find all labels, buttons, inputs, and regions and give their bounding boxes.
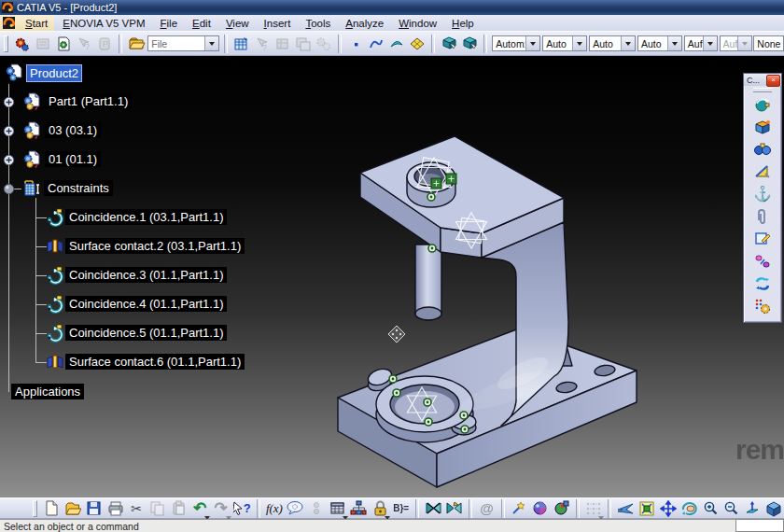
offset-constraint-button[interactable] (744, 138, 781, 161)
contact-constraint-button[interactable] (744, 116, 781, 138)
rotate-button[interactable] (679, 497, 700, 519)
angle-constraint-button[interactable] (744, 161, 781, 183)
surface-contact-icon[interactable] (46, 237, 64, 256)
quick-constraint-button[interactable] (744, 228, 781, 250)
gears-icon[interactable] (314, 33, 334, 54)
formula-button[interactable]: f(x) (264, 497, 286, 519)
tree-node-surfacecontact6[interactable]: Surface contact.6 (01.1,Part1.1) (65, 354, 245, 370)
combo-dropdown[interactable] (525, 36, 539, 50)
none-field[interactable]: None (753, 35, 784, 51)
table-edit-icon[interactable] (273, 33, 293, 54)
file-selector-combo[interactable]: File (147, 35, 219, 51)
document-logo-icon[interactable] (3, 17, 15, 29)
spline-icon[interactable] (366, 33, 386, 54)
design-table-button[interactable] (327, 497, 348, 519)
isometric-cube-button[interactable] (763, 497, 784, 519)
part-node-icon[interactable] (22, 92, 41, 111)
open-folder-icon[interactable] (126, 33, 147, 54)
3d-viewport[interactable]: rem Product2 Part1 (Part1.1) 03 (03.1) (0, 56, 784, 497)
menu-start[interactable]: Start (18, 17, 55, 30)
relations-tree-button[interactable] (348, 497, 370, 519)
product-node-icon[interactable] (5, 63, 23, 82)
render-style-combo[interactable]: Autom: (492, 35, 540, 51)
view-combo-4[interactable]: Auto (637, 35, 682, 51)
toolbar-handle[interactable] (33, 500, 37, 517)
menu-tools[interactable]: Tools (298, 17, 338, 30)
coincidence-icon[interactable] (46, 266, 64, 285)
whats-this-button[interactable]: ? (231, 497, 253, 519)
comment-button[interactable] (285, 497, 306, 519)
combo-dropdown[interactable] (667, 36, 681, 50)
palette-close-button[interactable]: × (766, 75, 780, 87)
zoom-out-button[interactable] (721, 497, 742, 519)
surface-arc-icon[interactable] (386, 33, 407, 54)
redo-button[interactable]: ↷ (210, 497, 231, 519)
part-node-icon[interactable] (22, 150, 41, 169)
form-icon[interactable] (33, 33, 53, 54)
menu-edit[interactable]: Edit (185, 17, 218, 30)
coincidence-icon[interactable] (46, 324, 64, 343)
table-copy-icon[interactable] (293, 33, 314, 54)
grid-snap-button[interactable] (583, 497, 605, 519)
material-sphere-button[interactable] (529, 497, 551, 519)
view-combo-5[interactable]: Auf (684, 35, 718, 51)
tree-node-surfacecontact2[interactable]: Surface contact.2 (03.1,Part1.1) (65, 238, 245, 254)
surface-contact-icon[interactable] (46, 353, 64, 371)
menu-insert[interactable]: Insert (257, 17, 299, 30)
coincidence-constraint-button[interactable] (744, 93, 781, 116)
fix-together-button[interactable] (744, 205, 781, 228)
undo-button[interactable]: ↶ (189, 497, 211, 519)
tree-node-coincidence4[interactable]: Coincidence.4 (01.1,Part1.1) (65, 296, 227, 312)
copy-button[interactable] (147, 497, 169, 519)
zoom-in-button[interactable] (700, 497, 721, 519)
print-button[interactable] (105, 497, 126, 519)
menu-help[interactable]: Help (444, 17, 482, 30)
file-combo-dropdown[interactable] (204, 36, 218, 50)
power-input-field[interactable] (735, 519, 784, 532)
catalog-doc-icon[interactable] (53, 33, 74, 54)
paste-button[interactable] (168, 497, 189, 519)
tree-node-part1[interactable]: Part1 (Part1.1) (45, 93, 132, 109)
update-spiral-button[interactable]: @ (476, 497, 497, 519)
coincidence-icon[interactable] (46, 208, 64, 227)
combo-dropdown[interactable] (572, 36, 586, 50)
tree-node-03[interactable]: 03 (03.1) (45, 122, 101, 138)
fit-all-in-button[interactable] (637, 497, 658, 519)
combo-dropdown[interactable] (621, 36, 635, 50)
collapse-knob-icon[interactable] (3, 183, 15, 195)
design-table-icon[interactable] (231, 33, 252, 54)
expand-plus-icon[interactable] (3, 125, 15, 137)
menu-window[interactable]: Window (391, 17, 444, 30)
query-icon[interactable]: ? (74, 33, 94, 54)
expand-plus-icon[interactable] (3, 154, 15, 166)
open-button[interactable] (63, 497, 84, 519)
cut-button[interactable]: ✂ (126, 497, 147, 519)
patch-icon[interactable] (407, 33, 427, 54)
save-button[interactable] (84, 497, 105, 519)
flip-horizontal-button[interactable] (423, 497, 444, 519)
point-icon[interactable] (345, 33, 366, 54)
flip-vertical-button[interactable] (444, 497, 466, 519)
view-combo-2[interactable]: Auto (542, 35, 587, 51)
rules-button[interactable]: B}= (390, 497, 412, 519)
combo-dropdown[interactable] (703, 36, 717, 50)
render-wand-button[interactable] (509, 497, 530, 519)
new-document-button[interactable] (41, 497, 63, 519)
expand-plus-icon[interactable] (3, 96, 15, 108)
knowledge-gear-icon[interactable] (12, 33, 33, 54)
tree-node-coincidence3[interactable]: Coincidence.3 (01.1,Part1.1) (65, 267, 227, 283)
palette-title-bar[interactable]: C... × (744, 74, 781, 86)
normal-view-button[interactable] (742, 497, 763, 519)
analysis-pie-button[interactable] (551, 497, 572, 519)
lookup-icon[interactable]: ? (252, 33, 273, 54)
flexible-rigid-button[interactable] (744, 250, 781, 273)
coincidence-icon[interactable] (46, 295, 64, 314)
anchor-constraint-button[interactable]: ⚓ (744, 183, 781, 205)
tree-node-product2[interactable]: Product2 (26, 64, 82, 82)
publish-icon[interactable]: P (94, 33, 115, 54)
catalog-browser-icon[interactable] (439, 33, 459, 54)
change-constraint-button[interactable] (744, 273, 781, 295)
menu-view[interactable]: View (218, 17, 257, 30)
menu-file[interactable]: File (153, 17, 186, 30)
palette-grip[interactable] (744, 86, 781, 93)
